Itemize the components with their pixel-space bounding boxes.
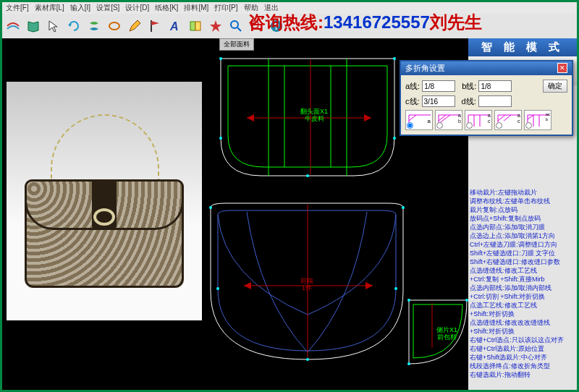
- svg-rect-3: [190, 22, 195, 30]
- material-tab[interactable]: 全部面料: [219, 38, 254, 51]
- svg-point-32: [465, 299, 468, 302]
- input-d[interactable]: [478, 95, 512, 107]
- pattern-flap[interactable]: [209, 51, 406, 196]
- reference-photo: [7, 82, 202, 320]
- tb-rotate-icon[interactable]: [66, 18, 82, 34]
- input-c[interactable]: [422, 95, 455, 107]
- front-label: 前幅1件: [300, 277, 313, 291]
- svg-point-0: [109, 22, 119, 30]
- tb-pen-icon[interactable]: [127, 18, 143, 34]
- corner-type-1[interactable]: a: [405, 110, 433, 130]
- menu-print[interactable]: 打印[P]: [212, 3, 240, 13]
- help-line: Shift+左键选缝口:刀眼 文字位: [470, 249, 575, 257]
- help-line: 点选内部点:添加/取消刀眼: [470, 223, 575, 231]
- tb-font-icon[interactable]: A: [167, 18, 183, 34]
- corner-type-4[interactable]: ac: [494, 110, 522, 130]
- menu-file[interactable]: 文件[F]: [4, 3, 31, 13]
- label-a: a线:: [405, 81, 420, 92]
- menu-input[interactable]: 输入[I]: [68, 3, 93, 13]
- tb-search-icon[interactable]: [228, 18, 244, 34]
- svg-point-22: [306, 174, 309, 177]
- svg-line-6: [237, 27, 241, 31]
- help-line: 点选缝缝线:修改工艺线: [470, 266, 575, 275]
- dialog-title: 多折角设置: [405, 63, 445, 74]
- label-b: b线:: [462, 81, 476, 92]
- svg-rect-4: [195, 22, 200, 30]
- svg-point-31: [407, 299, 410, 302]
- flap-label: 翻头面X1牛皮料: [300, 108, 328, 122]
- help-line: 点选工艺线:修改工艺线: [470, 301, 575, 310]
- toolbar: A + ? 咨询热线:13416725557刘先生: [2, 14, 577, 38]
- svg-point-26: [402, 206, 405, 209]
- svg-point-33: [407, 362, 410, 365]
- help-text-panel: 移动裁片:左键拖动裁片调整布纹线:左键单击布纹线裁片复制:点放码放码点+Shif…: [468, 187, 577, 390]
- tb-star-icon[interactable]: [208, 18, 224, 34]
- design-canvas[interactable]: 全部面料 翻头面X1牛皮料: [2, 38, 468, 390]
- smart-mode-title: 智 能 模 式: [468, 38, 577, 56]
- help-line: 右键+Ctrl选裁片:原始位置: [470, 344, 575, 353]
- help-line: 移动裁片:左键拖动裁片: [470, 188, 575, 197]
- help-line: +Shift:对折切换: [470, 327, 575, 336]
- ok-button[interactable]: 确定: [543, 80, 567, 93]
- tb-shape-icon[interactable]: [106, 18, 122, 34]
- svg-point-21: [393, 137, 396, 140]
- help-line: 调整布纹线:左键单击布纹线: [470, 197, 575, 205]
- help-line: 点选内部线:添加/取消内部线: [470, 284, 575, 292]
- svg-point-20: [219, 137, 222, 140]
- menu-paper[interactable]: 纸格[K]: [153, 3, 180, 13]
- input-b[interactable]: [478, 80, 512, 92]
- tb-book-icon[interactable]: [25, 18, 41, 34]
- help-line: Shift+右键选缝口:修改缝口参数: [470, 257, 575, 266]
- svg-point-27: [306, 358, 309, 361]
- svg-point-25: [209, 206, 212, 209]
- corner-type-2[interactable]: ab: [435, 110, 462, 130]
- contact-overlay: 咨询热线:13416725557刘先生: [248, 11, 482, 34]
- help-line: 点选缝缝线:修改改改缝缝线: [470, 318, 575, 327]
- help-line: 右键选裁片:拖动翻转: [470, 370, 575, 379]
- menu-settings[interactable]: 设置[S]: [94, 3, 122, 13]
- tb-cursor-icon[interactable]: [46, 18, 62, 34]
- input-a[interactable]: [422, 80, 455, 92]
- corner-type-5[interactable]: acb: [524, 110, 551, 130]
- close-icon[interactable]: ✕: [557, 63, 567, 73]
- tb-ribbon-icon[interactable]: [86, 18, 102, 34]
- svg-point-5: [231, 21, 238, 28]
- label-d: d线:: [462, 96, 476, 107]
- tb-panel-icon[interactable]: [187, 18, 203, 34]
- help-line: Ctrl+左键选刀眼:调整缝口方向: [470, 240, 575, 249]
- svg-point-19: [393, 57, 396, 60]
- help-line: +Ctrl:切割 +Shift:对折切换: [470, 292, 575, 301]
- tb-flag-icon[interactable]: [147, 18, 163, 34]
- tb-seam-icon[interactable]: [5, 18, 21, 34]
- label-c: c线:: [405, 96, 420, 107]
- help-line: 放码点+Shift:复制点放码: [470, 214, 575, 223]
- svg-point-18: [219, 57, 222, 60]
- help-line: 点选边上点:添加/取消第1方向: [470, 231, 575, 240]
- help-line: 右键+Ctrl选点:只以该以这点对齐: [470, 336, 575, 344]
- help-line: 右键+Shift选裁片:中心对齐: [470, 353, 575, 362]
- help-line: 线段选择终点:修改折角类型: [470, 362, 575, 370]
- menu-library[interactable]: 素材库[L]: [33, 3, 67, 13]
- menu-design[interactable]: 设计[D]: [123, 3, 151, 13]
- menu-nesting[interactable]: 排料[M]: [182, 3, 211, 13]
- svg-point-29: [394, 287, 397, 290]
- svg-point-28: [216, 287, 219, 290]
- side-label: 侧片X1前包料: [436, 326, 457, 341]
- help-line: 裁片复制:点放码: [470, 205, 575, 214]
- corner-type-3[interactable]: ac: [465, 110, 492, 130]
- svg-text:A: A: [169, 20, 179, 33]
- help-line: +Shift:对折切换: [470, 310, 575, 318]
- help-line: +Ctrl:复制 +Shift:直接Mirb: [470, 275, 575, 284]
- corner-dialog: 多折角设置 ✕ a线: b线: 确定 c线: d线: a ab ac ac ac…: [400, 60, 573, 136]
